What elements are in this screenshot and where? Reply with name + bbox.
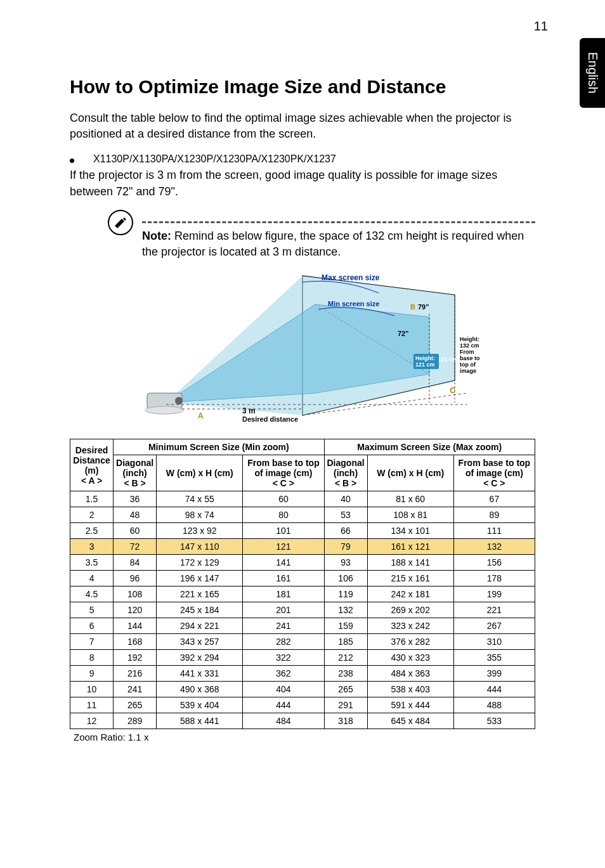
th-wh-max: W (cm) x H (cm): [367, 455, 453, 491]
table-cell: 132: [453, 539, 535, 555]
table-cell: 343 x 257: [157, 634, 243, 650]
note-block: Note: Remind as below figure, the space …: [108, 210, 535, 260]
table-cell: 376 x 282: [367, 634, 453, 650]
model-list: X1130P/X1130PA/X1230P/X1230PA/X1230PK/X1…: [93, 153, 336, 165]
page-title: How to Optimize Image Size and Distance: [70, 76, 535, 98]
table-cell: 212: [324, 650, 367, 666]
table-row: 2.560123 x 9210166134 x 101111: [70, 523, 535, 539]
th-diag-max: Diagonal (inch)< B >: [324, 455, 367, 491]
table-cell: 645 x 484: [367, 713, 453, 729]
table-cell: 96: [114, 571, 157, 586]
table-cell: 4: [70, 571, 114, 586]
table-cell: 490 x 368: [157, 682, 243, 697]
table-cell: 3.5: [70, 555, 114, 571]
size-distance-table: Desired Distance (m)< A > Minimum Screen…: [70, 439, 535, 729]
table-cell: 488: [453, 697, 535, 713]
th-wh-min: W (cm) x H (cm): [157, 455, 243, 491]
example-paragraph: If the projector is 3 m from the screen,…: [70, 167, 535, 199]
table-cell: 178: [453, 571, 535, 586]
table-cell: 84: [114, 555, 157, 571]
table-cell: 265: [324, 682, 367, 697]
note-body: Remind as below figure, the space of 132…: [142, 230, 524, 258]
table-row: 11265539 x 404444291591 x 444488: [70, 697, 535, 713]
table-cell: 132: [324, 602, 367, 618]
th-base-max: From base to top of image (cm)< C >: [453, 455, 535, 491]
table-cell: 141: [243, 555, 324, 571]
table-cell: 108 x 81: [367, 507, 453, 523]
table-cell: 221: [453, 602, 535, 618]
table-row: 24898 x 748053108 x 8189: [70, 507, 535, 523]
height-min-line1: Height:: [415, 355, 435, 361]
table-cell: 172 x 129: [157, 555, 243, 571]
table-cell: 121: [243, 539, 324, 555]
table-cell: 444: [243, 697, 324, 713]
table-cell: 1.5: [70, 491, 114, 507]
diag-a-letter: A: [198, 411, 204, 420]
diag-c-letter: C: [450, 385, 456, 395]
table-cell: 161: [243, 571, 324, 586]
table-cell: 108: [114, 586, 157, 602]
table-cell: 156: [453, 555, 535, 571]
table-cell: 221 x 165: [157, 586, 243, 602]
table-cell: 310: [453, 634, 535, 650]
height-max-l1: Height:: [460, 336, 479, 342]
table-cell: 267: [453, 618, 535, 634]
table-cell: 430 x 323: [367, 650, 453, 666]
bullet-dot-icon: [70, 159, 74, 163]
divider: [142, 221, 535, 223]
table-row: 496196 x 147161106215 x 161178: [70, 571, 535, 586]
table-cell: 60: [114, 523, 157, 539]
diag-b-letter: B: [410, 303, 415, 311]
note-text: Note: Remind as below figure, the space …: [142, 228, 535, 260]
table-cell: 74 x 55: [157, 491, 243, 507]
table-cell: 216: [114, 666, 157, 682]
diag-b-value: 79": [418, 303, 429, 311]
table-row: 12289588 x 441484318645 x 484533: [70, 713, 535, 729]
table-cell: 134 x 101: [367, 523, 453, 539]
table-row: 9216441 x 331362238484 x 363399: [70, 666, 535, 682]
table-cell: 444: [453, 682, 535, 697]
min-screen-label: Min screen size: [328, 300, 379, 308]
th-desired: Desired Distance (m)< A >: [70, 439, 114, 491]
table-cell: 3: [70, 539, 114, 555]
table-cell: 269 x 202: [367, 602, 453, 618]
table-cell: 101: [243, 523, 324, 539]
projection-diagram: Max screen size Min screen size B 79" 72…: [112, 266, 493, 431]
table-cell: 161 x 121: [367, 539, 453, 555]
note-label: Note:: [142, 230, 171, 242]
intro-paragraph: Consult the table below to find the opti…: [70, 110, 535, 142]
table-cell: 533: [453, 713, 535, 729]
table-cell: 40: [324, 491, 367, 507]
table-cell: 241: [114, 682, 157, 697]
max-screen-label: Max screen size: [322, 273, 380, 282]
table-cell: 201: [243, 602, 324, 618]
table-cell: 123 x 92: [157, 523, 243, 539]
height-max-l5: top of: [460, 361, 476, 368]
table-row: 10241490 x 368404265538 x 403444: [70, 682, 535, 697]
table-row: 4.5108221 x 165181119242 x 181199: [70, 586, 535, 602]
table-cell: 404: [243, 682, 324, 697]
th-base-min: From base to top of image (cm)< C >: [243, 455, 324, 491]
table-cell: 5: [70, 602, 114, 618]
table-cell: 282: [243, 634, 324, 650]
table-cell: 53: [324, 507, 367, 523]
height-max-l3: From: [460, 349, 474, 355]
table-cell: 168: [114, 634, 157, 650]
table-cell: 89: [453, 507, 535, 523]
table-cell: 159: [324, 618, 367, 634]
height-max-l2: 132 cm: [460, 342, 479, 349]
zoom-ratio: Zoom Ratio: 1.1 x: [74, 732, 535, 742]
table-cell: 12: [70, 713, 114, 729]
table-cell: 79: [324, 539, 367, 555]
model-bullet: X1130P/X1130PA/X1230P/X1230PA/X1230PK/X1…: [70, 153, 535, 165]
table-cell: 294 x 221: [157, 618, 243, 634]
table-cell: 539 x 404: [157, 697, 243, 713]
table-row: 5120245 x 184201132269 x 202221: [70, 602, 535, 618]
table-cell: 441 x 331: [157, 666, 243, 682]
table-cell: 4.5: [70, 586, 114, 602]
table-cell: 111: [453, 523, 535, 539]
table-cell: 11: [70, 697, 114, 713]
table-cell: 484: [243, 713, 324, 729]
table-cell: 185: [324, 634, 367, 650]
svg-point-5: [175, 397, 183, 405]
